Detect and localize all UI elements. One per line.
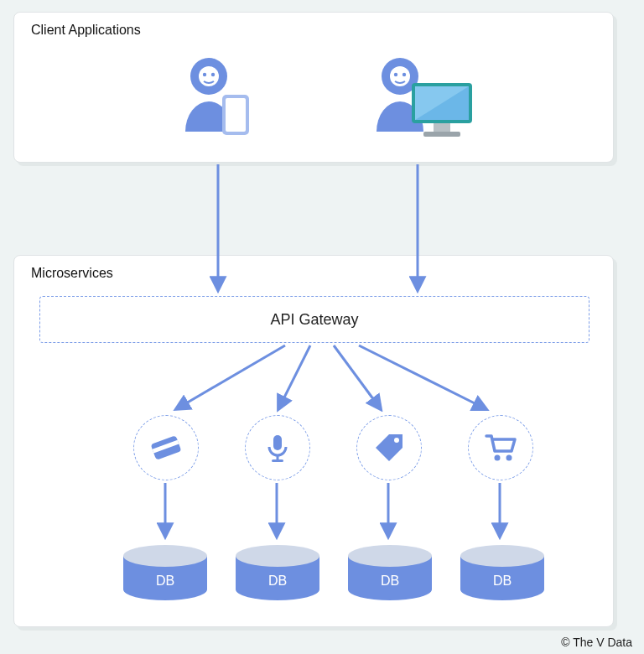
db-2: DB xyxy=(236,545,319,600)
db-label: DB xyxy=(156,574,174,589)
db-3: DB xyxy=(348,545,432,600)
tag-icon xyxy=(372,431,406,465)
svg-point-9 xyxy=(402,73,406,76)
db-4: DB xyxy=(460,545,544,600)
svg-point-8 xyxy=(394,73,397,76)
service-cart xyxy=(468,415,533,480)
svg-rect-12 xyxy=(434,123,450,132)
svg-rect-13 xyxy=(423,132,460,137)
card-icon xyxy=(149,431,183,465)
api-gateway-box: API Gateway xyxy=(39,296,589,343)
service-card xyxy=(133,415,199,480)
clients-panel: Client Applications xyxy=(13,12,614,163)
svg-point-19 xyxy=(394,438,399,443)
svg-point-21 xyxy=(506,455,512,461)
svg-rect-18 xyxy=(272,459,283,462)
service-tag xyxy=(356,415,422,480)
db-label: DB xyxy=(381,574,399,589)
svg-point-20 xyxy=(495,455,501,461)
svg-point-3 xyxy=(211,73,215,76)
copyright-text: © The V Data xyxy=(561,636,632,649)
api-gateway-label: API Gateway xyxy=(270,311,358,329)
clients-title: Client Applications xyxy=(31,23,141,38)
svg-rect-5 xyxy=(226,98,246,132)
db-1: DB xyxy=(123,545,207,600)
mobile-user-icon xyxy=(182,54,257,142)
svg-point-2 xyxy=(203,73,206,76)
db-label: DB xyxy=(493,574,512,589)
desktop-user-icon xyxy=(375,54,475,146)
db-label: DB xyxy=(268,574,287,589)
svg-rect-16 xyxy=(273,435,282,450)
cart-icon xyxy=(483,431,518,465)
service-mic xyxy=(245,415,310,480)
mic-icon xyxy=(262,432,293,464)
microservices-title: Microservices xyxy=(31,266,113,281)
microservices-panel: Microservices API Gateway xyxy=(13,255,614,627)
